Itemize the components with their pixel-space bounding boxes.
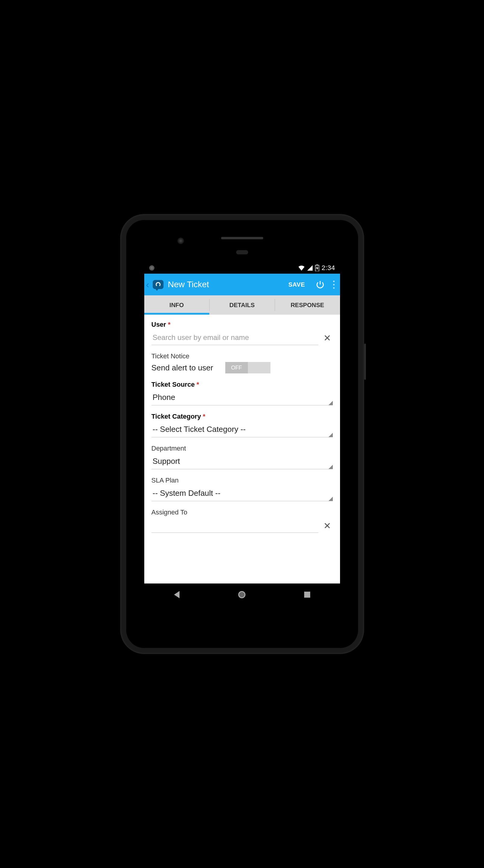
- ticket-category-select[interactable]: -- Select Ticket Category --: [152, 423, 333, 437]
- device-speaker: [221, 237, 263, 239]
- field-ticket-source: Ticket Source * Phone: [152, 381, 333, 405]
- android-nav-bar: [144, 584, 340, 606]
- nav-home-button[interactable]: [238, 590, 246, 599]
- ticket-category-label: Ticket Category *: [152, 412, 333, 421]
- assigned-to-input[interactable]: [152, 519, 318, 533]
- tab-response[interactable]: RESPONSE: [275, 299, 340, 311]
- status-notification-icon: [149, 265, 155, 271]
- field-department: Department Support: [152, 444, 333, 469]
- send-alert-label: Send alert to user: [152, 363, 213, 373]
- toggle-state: OFF: [225, 362, 248, 373]
- page-title: New Ticket: [168, 280, 281, 289]
- device-sensor: [236, 250, 248, 254]
- ticket-notice-label: Ticket Notice: [152, 352, 333, 360]
- tab-info[interactable]: INFO: [144, 296, 209, 315]
- ticket-source-select[interactable]: Phone: [152, 391, 333, 405]
- app-bar: ‹ New Ticket SAVE: [144, 274, 340, 296]
- device-camera: [178, 238, 184, 244]
- sla-plan-select[interactable]: -- System Default --: [152, 487, 333, 501]
- status-bar: 2:34: [144, 262, 340, 274]
- nav-recent-button[interactable]: [303, 590, 312, 599]
- battery-charging-icon: [315, 265, 319, 271]
- department-select[interactable]: Support: [152, 455, 333, 469]
- send-alert-toggle[interactable]: OFF: [225, 362, 270, 373]
- ticket-source-label: Ticket Source *: [152, 381, 333, 389]
- svg-rect-1: [316, 265, 318, 265]
- tab-indicator: [144, 313, 209, 315]
- field-user: User * ✕: [152, 321, 333, 345]
- form-content: User * ✕ Ticket Notice Send alert to use…: [144, 315, 340, 584]
- assigned-to-label: Assigned To: [152, 508, 333, 516]
- tab-details[interactable]: DETAILS: [209, 299, 275, 311]
- department-label: Department: [152, 444, 333, 453]
- field-sla-plan: SLA Plan -- System Default --: [152, 476, 333, 501]
- clear-assigned-icon[interactable]: ✕: [322, 521, 333, 531]
- user-search-input[interactable]: [152, 331, 318, 345]
- user-label: User *: [152, 321, 333, 329]
- device-side-button: [364, 344, 366, 380]
- status-time: 2:34: [322, 264, 335, 272]
- save-button[interactable]: SAVE: [284, 278, 310, 292]
- tab-bar: INFO DETAILS RESPONSE: [144, 296, 340, 315]
- field-ticket-category: Ticket Category * -- Select Ticket Categ…: [152, 412, 333, 437]
- power-icon[interactable]: [313, 277, 327, 292]
- phone-frame: 2:34 ‹ New Ticket SAVE INFO D: [120, 214, 364, 654]
- cellular-icon: [307, 265, 313, 271]
- field-ticket-notice: Ticket Notice Send alert to user OFF: [152, 352, 333, 373]
- sla-plan-label: SLA Plan: [152, 476, 333, 484]
- clear-user-icon[interactable]: ✕: [322, 333, 333, 344]
- back-icon[interactable]: ‹: [146, 279, 150, 290]
- wifi-icon: [298, 265, 305, 271]
- overflow-menu-icon[interactable]: [330, 278, 337, 291]
- field-assigned-to: Assigned To ✕: [152, 508, 333, 533]
- app-logo-icon: [153, 280, 164, 289]
- nav-back-button[interactable]: [172, 590, 181, 599]
